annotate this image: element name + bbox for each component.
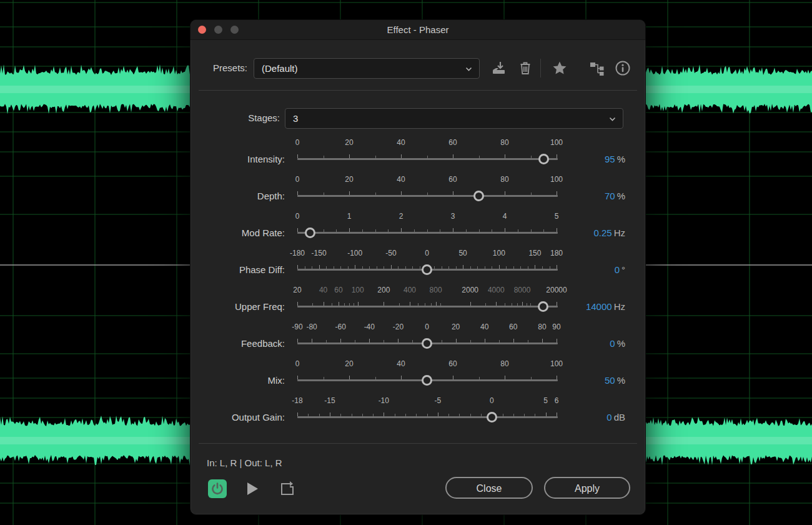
slider-track[interactable]: 020406080100 (297, 359, 557, 392)
major-tick (557, 339, 557, 342)
dialog-titlebar[interactable]: Effect - Phaser (191, 20, 645, 40)
tick-label: 40 (319, 286, 327, 294)
major-tick (401, 376, 402, 379)
tick-label: 20000 (546, 286, 567, 294)
major-tick (546, 412, 547, 416)
slider-handle[interactable] (473, 191, 484, 201)
slider-row: Output Gain:-18-15-10-50560 dB (191, 396, 628, 429)
minor-tick (427, 414, 428, 416)
minor-tick (440, 303, 441, 306)
minor-tick (332, 303, 332, 306)
minor-tick (427, 192, 428, 195)
major-tick (401, 154, 402, 158)
slider-track-bar (297, 158, 558, 160)
slider-handle[interactable] (422, 338, 432, 349)
stages-dropdown-value: 3 (293, 109, 298, 128)
slider-track[interactable]: 020406080100 (297, 138, 557, 171)
tick-label: 60 (509, 322, 517, 331)
toolbar-divider (540, 59, 541, 78)
major-tick (499, 265, 500, 269)
minor-tick (528, 340, 528, 342)
tick-label: 40 (480, 322, 488, 331)
major-tick (522, 302, 523, 306)
tick-label: -20 (393, 322, 404, 331)
minor-tick (308, 414, 309, 416)
apply-button[interactable]: Apply (544, 477, 630, 499)
favorite-star-icon[interactable] (551, 59, 568, 77)
play-preview-icon[interactable] (245, 481, 260, 496)
slider-track[interactable]: 012345 (297, 212, 557, 244)
tick-label: -80 (306, 322, 317, 331)
save-preset-icon[interactable] (490, 59, 508, 77)
minor-tick (528, 266, 528, 269)
minor-tick (312, 303, 313, 306)
minor-tick (324, 229, 324, 232)
slider-label: Feedback: (191, 338, 285, 349)
major-tick (340, 339, 341, 342)
presets-dropdown[interactable]: (Default) (254, 58, 480, 79)
tick-label: 40 (397, 359, 405, 368)
top-divider (199, 90, 637, 91)
minor-tick (340, 266, 341, 269)
minor-tick (543, 229, 544, 232)
tick-label: 2 (399, 212, 404, 221)
minor-tick (477, 266, 478, 269)
slider-track[interactable]: 020406080100 (297, 175, 557, 208)
minor-tick (434, 266, 435, 269)
minor-tick (518, 229, 518, 232)
slider-handle[interactable] (538, 301, 548, 312)
minor-tick (479, 377, 480, 379)
effects-routing-icon[interactable] (588, 59, 606, 77)
tick-label: 0 (295, 212, 300, 221)
minor-tick (427, 229, 428, 232)
stages-dropdown[interactable]: 3 (285, 108, 623, 129)
minor-tick (479, 229, 480, 232)
minor-tick (384, 266, 384, 269)
tick-label: 60 (448, 175, 457, 184)
tick-label: 8000 (514, 286, 531, 294)
minor-tick (530, 303, 531, 306)
delete-preset-icon[interactable] (517, 59, 534, 77)
tick-label: 3 (451, 212, 455, 221)
minor-tick (531, 192, 532, 195)
slider-handle[interactable] (487, 412, 497, 422)
slider-value: 0 % (563, 338, 625, 349)
window-title: Effect - Phaser (191, 20, 645, 39)
tick-label: 0 (425, 322, 429, 331)
minor-tick (459, 414, 460, 416)
minor-tick (375, 156, 376, 158)
minor-tick (354, 303, 354, 306)
power-toggle-button[interactable] (208, 479, 227, 498)
major-tick (557, 412, 557, 416)
major-tick (470, 302, 471, 306)
slider-handle[interactable] (422, 375, 432, 386)
slider-track[interactable]: 20406010020040080020004000800020000 (297, 286, 557, 318)
minor-tick (513, 266, 514, 269)
loop-playback-icon[interactable] (279, 480, 296, 498)
minor-tick (362, 229, 363, 232)
major-tick (557, 191, 557, 195)
slider-track[interactable]: -18-15-10-5056 (297, 396, 557, 429)
tick-label: 20 (293, 286, 301, 294)
minor-tick (414, 229, 415, 232)
major-tick (349, 191, 350, 195)
minor-tick (349, 303, 350, 306)
close-button[interactable]: Close (445, 477, 533, 499)
tick-label: 100 (493, 249, 505, 258)
minor-tick (375, 192, 376, 195)
tick-label: 40 (397, 175, 405, 184)
minor-tick (412, 340, 413, 342)
slider-handle[interactable] (305, 228, 315, 238)
slider-track[interactable]: -90-80-60-40-2002040608090 (297, 322, 557, 355)
minor-tick (398, 266, 399, 269)
major-tick (505, 376, 505, 379)
minor-tick (481, 414, 482, 416)
slider-handle[interactable] (538, 154, 549, 164)
tick-label: 0 (295, 138, 300, 147)
slider-track[interactable]: -180-150-100-50050100150180 (297, 249, 557, 281)
minor-tick (373, 414, 374, 416)
slider-handle[interactable] (422, 264, 432, 275)
info-icon[interactable] (614, 59, 631, 77)
minor-tick (326, 266, 327, 269)
minor-tick (405, 414, 406, 416)
